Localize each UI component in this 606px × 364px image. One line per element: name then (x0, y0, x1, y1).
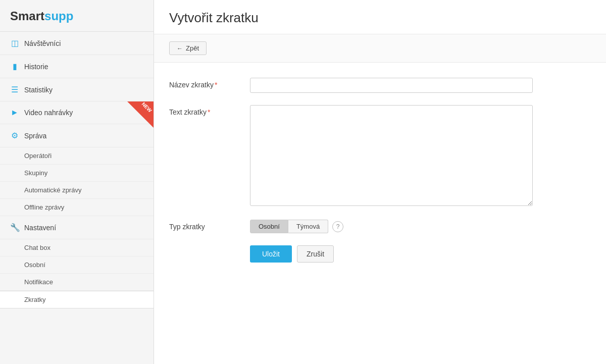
sidebar-item-historie[interactable]: ▮ Historie (0, 55, 154, 78)
typ-osobni-label: Osobní (259, 223, 280, 230)
sidebar-item-chat-box-label: Chat box (24, 244, 50, 251)
logo-area: Smartsupp (0, 0, 154, 32)
form-area: Název zkratky* Text zkratky* Typ zkratky (154, 63, 606, 278)
wrench-icon: 🔧 (10, 223, 19, 232)
sidebar-sprava-label: Správa (24, 132, 46, 140)
form-control-text (250, 105, 533, 207)
text-required: * (208, 108, 210, 116)
sidebar-item-video-nahravky[interactable]: ► Video nahrávky NEW (0, 101, 154, 124)
cancel-button[interactable]: Zrušit (297, 245, 334, 263)
sidebar-item-zkratky[interactable]: Zkratky (0, 291, 154, 308)
help-icon[interactable]: ? (332, 221, 343, 232)
sidebar-item-statistiky-label: Statistiky (24, 86, 53, 94)
typ-osobni-button[interactable]: Osobní (250, 220, 288, 233)
typ-tymova-label: Týmová (296, 223, 320, 230)
typ-tymova-button[interactable]: Týmová (288, 220, 328, 233)
type-buttons: Osobní Týmová ? (250, 220, 533, 233)
save-button-label: Uložit (262, 250, 280, 258)
back-button-label: Zpět (186, 44, 199, 52)
form-label-nazev: Název zkratky* (169, 78, 250, 89)
logo-supp: supp (44, 9, 73, 23)
toolbar: ← Zpět (154, 34, 606, 63)
form-control-typ: Osobní Týmová ? (250, 220, 533, 233)
form-actions: Uložit Zrušit (169, 245, 591, 263)
sidebar-item-notifikace-label: Notifikace (24, 278, 53, 286)
sidebar-item-navstevnici[interactable]: ◫ Návštěvníci (0, 32, 154, 55)
sidebar-item-chat-box[interactable]: Chat box (0, 239, 154, 256)
page-title: Vytvořit zkratku (169, 10, 591, 26)
bars-icon: ☰ (10, 85, 19, 94)
form-row-nazev: Název zkratky* (169, 78, 591, 93)
sidebar: Smartsupp ◫ Návštěvníci ▮ Historie ☰ Sta… (0, 0, 154, 364)
sidebar-nastaveni-label: Nastavení (24, 224, 56, 232)
back-button[interactable]: ← Zpět (169, 41, 207, 55)
nazev-required: * (215, 81, 217, 89)
sidebar-item-offline-zpravy[interactable]: Offline zprávy (0, 199, 154, 216)
arrow-left-icon: ← (177, 45, 183, 52)
sidebar-section-nastaveni[interactable]: 🔧 Nastavení (0, 216, 154, 239)
play-icon: ► (10, 108, 19, 117)
sidebar-item-statistiky[interactable]: ☰ Statistiky (0, 78, 154, 101)
form-label-typ: Typ zkratky (169, 220, 250, 231)
sidebar-item-notifikace[interactable]: Notifikace (0, 274, 154, 291)
nazev-input[interactable] (250, 78, 533, 93)
logo-smart: Smart (10, 9, 44, 23)
logo: Smartsupp (10, 9, 73, 23)
sidebar-item-operatori-label: Operátoři (24, 152, 52, 160)
text-textarea[interactable] (250, 105, 533, 206)
save-button[interactable]: Uložit (250, 245, 292, 263)
sidebar-item-operatori[interactable]: Operátoři (0, 147, 154, 165)
text-label-text: Text zkratky (169, 108, 207, 116)
sidebar-item-zkratky-label: Zkratky (24, 296, 46, 303)
nazev-label-text: Název zkratky (169, 81, 214, 89)
form-row-text: Text zkratky* (169, 105, 591, 207)
cancel-button-label: Zrušit (307, 250, 324, 258)
new-badge-triangle (127, 101, 154, 128)
chat-icon: ◫ (10, 38, 19, 48)
book-icon: ▮ (10, 62, 19, 71)
sidebar-item-skupiny[interactable]: Skupiny (0, 165, 154, 182)
sidebar-item-osobni-label: Osobní (24, 261, 45, 269)
sidebar-item-navstevnici-label: Návštěvníci (24, 39, 61, 47)
sidebar-item-offline-zpravy-label: Offline zprávy (24, 203, 64, 211)
page-title-bar: Vytvořit zkratku (154, 0, 606, 34)
main-content: Vytvořit zkratku ← Zpět Název zkratky* T… (154, 0, 606, 364)
form-row-typ: Typ zkratky Osobní Týmová ? (169, 220, 591, 233)
sidebar-item-osobni[interactable]: Osobní (0, 256, 154, 274)
gear-icon: ⚙ (10, 131, 19, 140)
typ-label-text: Typ zkratky (169, 223, 205, 231)
sidebar-item-video-nahravky-label: Video nahrávky (24, 109, 73, 117)
form-control-nazev (250, 78, 533, 93)
sidebar-item-automaticke-zpravy[interactable]: Automatické zprávy (0, 182, 154, 199)
sidebar-item-skupiny-label: Skupiny (24, 169, 47, 177)
sidebar-item-automaticke-zpravy-label: Automatické zprávy (24, 186, 81, 194)
sidebar-item-historie-label: Historie (24, 63, 48, 71)
form-label-text: Text zkratky* (169, 105, 250, 116)
